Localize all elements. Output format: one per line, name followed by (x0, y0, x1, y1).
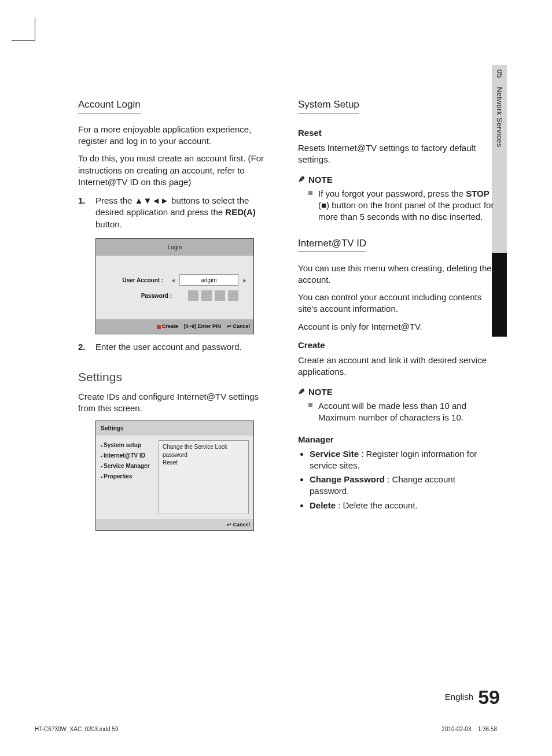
note-heading: ✎ NOTE (298, 386, 495, 398)
bullet-item: Service Site : Register login informatio… (310, 448, 495, 472)
para: You can control your account including c… (298, 292, 495, 315)
step-number: 1. (78, 195, 89, 230)
settings-panel-footer: ↩ Cancel (96, 519, 253, 530)
meta-date: 2010-02-03 (441, 726, 471, 732)
user-account-field[interactable]: adgim (179, 274, 238, 286)
red-square-icon (157, 325, 161, 329)
para: For a more enjoyable application experie… (78, 124, 275, 147)
left-column: Account Login For a more enjoyable appli… (78, 93, 275, 531)
return-icon: ↩ (227, 522, 231, 528)
para: You can use this menu when creating, del… (298, 263, 495, 286)
note-item: Account will be made less than 10 and Ma… (298, 400, 495, 424)
settings-panel: Settings System setup Internet@TV ID Ser… (95, 421, 254, 532)
menu-item[interactable]: Properties (101, 471, 154, 482)
login-panel: Login User Account : ◄ adgim ► Password … (95, 238, 254, 334)
login-panel-footer: Create [0~9] Enter PIN ↩ Cancel (96, 319, 253, 333)
subheading-reset: Reset (298, 127, 495, 139)
pencil-icon: ✎ (298, 174, 305, 185)
note-heading: ✎ NOTE (298, 174, 495, 186)
right-column: System Setup Reset Resets Internet@TV se… (298, 93, 495, 531)
step-number: 2. (78, 341, 89, 353)
bullet-item: Change Password : Change account passwor… (310, 474, 495, 497)
para: To do this, you must create an account f… (78, 153, 275, 188)
login-panel-title: Login (96, 239, 253, 256)
meta-file: HT-C6730W_XAC_0203.indd 59 (35, 725, 119, 733)
return-icon: ↩ (227, 323, 231, 329)
pencil-icon: ✎ (298, 386, 305, 397)
para: Resets Internet@TV settings to factory d… (298, 142, 495, 166)
settings-submenu: Change the Service Lock password Reset (159, 440, 249, 514)
step-2: 2. Enter the user account and password. (78, 341, 275, 353)
heading-internet-tv-id: Internet@TV ID (298, 237, 366, 252)
page-footer: English 59 (445, 684, 500, 711)
note-item: If you forgot your password, press the S… (298, 188, 495, 223)
password-label: Password : (117, 292, 172, 300)
page-number: 59 (478, 686, 500, 708)
menu-item[interactable]: Internet@TV ID (101, 451, 154, 461)
settings-panel-title: Settings (96, 421, 253, 436)
heading-settings: Settings (78, 369, 275, 385)
page-content: Account Login For a more enjoyable appli… (78, 93, 495, 531)
stop-label: STOP (466, 189, 490, 198)
user-account-label: User Account : (108, 276, 163, 285)
print-meta: HT-C6730W_XAC_0203.indd 59 2010-02-03 1:… (35, 725, 497, 733)
password-field[interactable] (188, 290, 238, 301)
menu-item[interactable]: System setup (101, 440, 154, 451)
submenu-item[interactable]: Change the Service Lock password (163, 443, 245, 459)
red-a-label: RED(A) (225, 207, 256, 217)
footer-language: English (445, 692, 473, 702)
subheading-manager: Manager (298, 434, 495, 445)
step-text: Enter the user account and password. (95, 341, 242, 353)
arrow-icons: ▲▼◄► (135, 196, 169, 205)
step-text: Press the ▲▼◄► buttons to select the des… (95, 195, 275, 230)
para: Account is only for Internet@TV. (298, 321, 495, 333)
bullet-item: Delete : Delete the account. (310, 500, 495, 511)
heading-account-login: Account Login (78, 98, 141, 113)
para: Create IDs and configure Internet@TV set… (78, 391, 275, 415)
subheading-create: Create (298, 340, 495, 351)
chevron-right-icon: ► (242, 276, 248, 285)
para: Create an account and link it with desir… (298, 355, 495, 378)
chapter-number: 05 (495, 69, 504, 78)
heading-system-setup: System Setup (298, 98, 359, 113)
crop-mark (12, 17, 35, 40)
meta-time: 1:36:58 (478, 726, 497, 732)
chapter-title: Network Services (495, 87, 504, 147)
stop-icon: ■ (321, 200, 326, 210)
submenu-item[interactable]: Reset (163, 459, 245, 467)
menu-item[interactable]: Service Manager (101, 461, 154, 471)
chevron-left-icon: ◄ (170, 276, 176, 285)
settings-menu: System setup Internet@TV ID Service Mana… (101, 440, 154, 514)
step-1: 1. Press the ▲▼◄► buttons to select the … (78, 195, 275, 230)
